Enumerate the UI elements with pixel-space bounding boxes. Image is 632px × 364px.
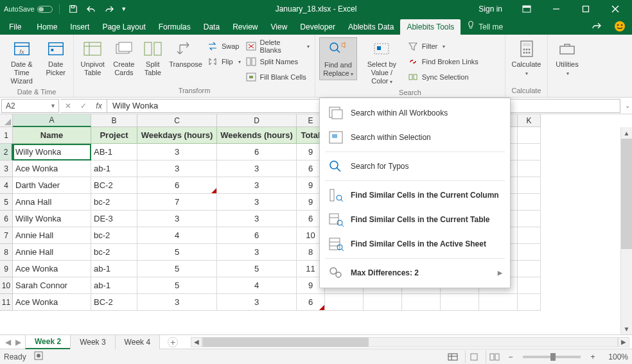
share-icon[interactable] — [588, 18, 605, 35]
col-header-K[interactable]: K — [518, 114, 541, 127]
vertical-scroll-thumb[interactable] — [621, 139, 632, 249]
tell-me-search[interactable]: Tell me — [461, 19, 509, 35]
zoom-out-button[interactable]: − — [506, 352, 515, 361]
autosave-switch[interactable] — [37, 6, 53, 13]
zoom-slider-thumb[interactable] — [550, 353, 556, 361]
row-header-4[interactable]: 4 — [0, 177, 13, 194]
menu-search-typos[interactable]: Search for Typos — [320, 154, 510, 178]
cell[interactable] — [364, 294, 402, 311]
enter-icon[interactable]: ✓ — [76, 99, 91, 113]
cell[interactable]: 3 — [217, 177, 297, 194]
cell[interactable]: 3 — [137, 144, 217, 160]
vertical-scrollbar[interactable]: ▲ ▼ — [620, 127, 632, 334]
cell[interactable] — [518, 194, 541, 211]
row-header-9[interactable]: 9 — [0, 261, 13, 277]
menu-search-selection[interactable]: Search within Selection — [320, 125, 510, 150]
sign-in-link[interactable]: Sign in — [470, 4, 511, 13]
find-broken-links-button[interactable]: Find Broken Links — [407, 55, 501, 68]
cell[interactable]: 6 — [137, 177, 217, 194]
select-all-button[interactable] — [0, 114, 13, 127]
row-header-2[interactable]: 2 — [0, 144, 13, 160]
normal-view-icon[interactable] — [444, 351, 461, 363]
row-header-10[interactable]: 10 — [0, 277, 13, 294]
sheet-tab-week2[interactable]: Week 2 — [25, 335, 71, 349]
cell[interactable]: 5 — [137, 261, 217, 277]
cell[interactable]: Project — [91, 127, 137, 144]
cell[interactable]: 7 — [137, 194, 217, 211]
cell[interactable]: 3 — [137, 211, 217, 227]
cell[interactable]: 5 — [217, 261, 297, 277]
tab-home[interactable]: Home — [30, 19, 64, 35]
select-by-value-color-button[interactable]: Select by Value / Color▾ — [360, 37, 404, 87]
cell[interactable]: 6 — [217, 144, 297, 160]
cell[interactable]: 5 — [137, 277, 217, 294]
delete-blanks-button[interactable]: Delete Blanks ▾ — [245, 40, 311, 53]
zoom-slider[interactable] — [523, 356, 581, 358]
row-header-6[interactable]: 6 — [0, 211, 13, 227]
horizontal-scrollbar[interactable]: ◀ ▶ — [191, 337, 629, 347]
cell[interactable] — [479, 294, 518, 311]
create-cards-button[interactable]: Create Cards — [110, 37, 137, 78]
cell[interactable]: 3 — [217, 244, 297, 261]
cell[interactable]: ab-1 — [91, 261, 137, 277]
worksheet-grid[interactable]: A B C D E F G H I J K 1234567891011 Name… — [0, 114, 632, 334]
name-box[interactable]: A2 ▼ — [1, 99, 59, 113]
cell[interactable]: Ace Wonka — [13, 294, 91, 311]
tab-formulas[interactable]: Formulas — [152, 19, 197, 35]
cell[interactable]: Weekdays (hours) — [137, 127, 217, 144]
unpivot-table-button[interactable]: Unpivot Table — [78, 37, 107, 78]
tab-file[interactable]: File — [0, 19, 30, 35]
tab-ablebits-data[interactable]: Ablebits Data — [342, 19, 400, 35]
cell[interactable] — [402, 294, 441, 311]
sheet-next-icon[interactable]: ▶ — [14, 338, 22, 347]
transpose-button[interactable]: Transpose — [168, 37, 204, 70]
cancel-icon[interactable]: ✕ — [60, 99, 76, 113]
cell[interactable]: Anna Hall — [13, 194, 91, 211]
undo-icon[interactable] — [84, 2, 98, 16]
row-header-11[interactable]: 11 — [0, 294, 13, 311]
cell[interactable]: Annie Hall — [13, 227, 91, 244]
cell[interactable] — [518, 261, 541, 277]
row-header-3[interactable]: 3 — [0, 160, 13, 177]
page-layout-view-icon[interactable] — [465, 351, 482, 363]
scroll-up-icon[interactable]: ▲ — [621, 127, 632, 139]
cell[interactable]: 4 — [137, 227, 217, 244]
cell[interactable] — [518, 127, 541, 144]
minimize-icon[interactable] — [542, 0, 570, 18]
cell[interactable]: 4 — [217, 277, 297, 294]
cell[interactable]: Sarah Connor — [13, 277, 91, 294]
tab-review[interactable]: Review — [226, 19, 264, 35]
sheet-tab-week3[interactable]: Week 3 — [70, 335, 115, 349]
cell[interactable]: Weekends (hours) — [217, 127, 297, 144]
smiley-feedback-icon[interactable] — [611, 18, 628, 35]
row-header-7[interactable]: 7 — [0, 227, 13, 244]
menu-similar-table[interactable]: Find Similar Cells in the Current Table — [320, 207, 510, 232]
scroll-left-icon[interactable]: ◀ — [191, 337, 202, 347]
cell[interactable]: bc-2 — [91, 194, 137, 211]
cell[interactable]: bc-2 — [91, 227, 137, 244]
cell[interactable]: 3 — [217, 194, 297, 211]
cell[interactable]: Name — [13, 127, 91, 144]
close-icon[interactable] — [601, 0, 629, 18]
cell[interactable] — [325, 294, 364, 311]
cell[interactable]: 3 — [137, 294, 217, 311]
cell[interactable]: 6 — [217, 227, 297, 244]
cell[interactable]: 5 — [137, 244, 217, 261]
ribbon-display-options-icon[interactable] — [513, 0, 541, 18]
cell[interactable]: Annie Hall — [13, 244, 91, 261]
date-picker-button[interactable]: Date Picker — [42, 37, 69, 78]
menu-max-differences[interactable]: Max Differences: 2 ▶ — [320, 261, 510, 285]
sync-selection-button[interactable]: Sync Selection — [407, 71, 501, 83]
row-header-5[interactable]: 5 — [0, 194, 13, 211]
cell[interactable] — [518, 160, 541, 177]
flip-button[interactable]: Flip ▾ — [206, 55, 242, 68]
cell[interactable] — [518, 177, 541, 194]
zoom-level[interactable]: 100% — [601, 352, 628, 361]
cell[interactable]: 3 — [217, 160, 297, 177]
cell[interactable] — [518, 211, 541, 227]
sheet-prev-icon[interactable]: ◀ — [4, 338, 12, 347]
tab-page-layout[interactable]: Page Layout — [96, 19, 152, 35]
cell[interactable]: 3 — [217, 294, 297, 311]
row-header-8[interactable]: 8 — [0, 244, 13, 261]
swap-button[interactable]: Swap — [206, 40, 242, 53]
